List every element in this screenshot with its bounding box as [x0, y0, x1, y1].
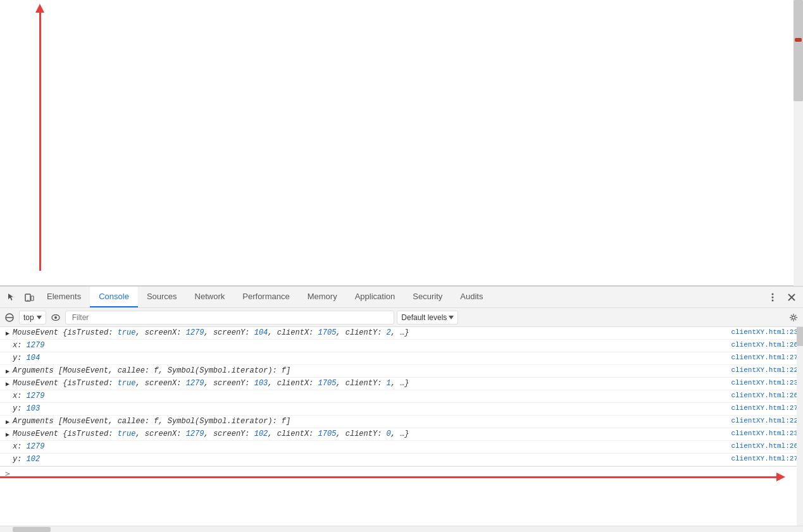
svg-point-4: [772, 296, 774, 298]
table-row[interactable]: x: 1279clientXY.html:26: [0, 441, 803, 454]
context-selector[interactable]: top: [19, 311, 46, 325]
log-row-content: Arguments [MouseEvent, callee: f, Symbol…: [13, 366, 731, 375]
device-toggle-button[interactable]: [20, 288, 38, 306]
log-row-content: MouseEvent {isTrusted: true, screenX: 12…: [13, 328, 731, 337]
inspect-element-button[interactable]: [3, 288, 20, 306]
tab-elements[interactable]: Elements: [38, 287, 90, 307]
log-source-link[interactable]: clientXY.html:22: [731, 366, 803, 374]
log-source-link[interactable]: clientXY.html:23: [731, 379, 803, 387]
expand-arrow-icon[interactable]: ▶: [3, 430, 13, 438]
svg-point-2: [27, 299, 28, 300]
arrow-vertical-indicator: [39, 11, 41, 271]
log-scrollbar-thumb[interactable]: [797, 327, 803, 346]
expand-arrow-icon[interactable]: ▶: [3, 417, 13, 426]
toolbar-right-actions: [764, 288, 800, 306]
tab-network[interactable]: Network: [186, 287, 234, 307]
svg-point-5: [772, 299, 774, 301]
more-options-button[interactable]: [764, 288, 781, 306]
h-scrollbar-thumb[interactable]: [13, 527, 51, 532]
svg-point-3: [772, 293, 774, 295]
expand-arrow-icon: [3, 354, 13, 355]
log-source-link[interactable]: clientXY.html:27: [731, 354, 803, 361]
log-row-content: y: 103: [13, 404, 731, 413]
devtools-tabs: Elements Console Sources Network Perform…: [38, 287, 764, 307]
devtools-panel: Elements Console Sources Network Perform…: [0, 286, 803, 532]
table-row[interactable]: y: 103clientXY.html:27: [0, 403, 803, 416]
table-row[interactable]: ▶MouseEvent {isTrusted: true, screenX: 1…: [0, 327, 803, 340]
log-source-link[interactable]: clientXY.html:26: [731, 442, 803, 450]
arrow-horizontal-indicator: [0, 476, 778, 478]
table-row[interactable]: y: 104clientXY.html:27: [0, 352, 803, 365]
expand-arrow-icon: [3, 455, 13, 456]
table-row[interactable]: ▶Arguments [MouseEvent, callee: f, Symbo…: [0, 416, 803, 428]
tab-security[interactable]: Security: [404, 287, 451, 307]
bottom-scrollbar[interactable]: [0, 526, 803, 532]
eye-button[interactable]: [49, 311, 63, 325]
log-row-content: x: 1279: [13, 341, 731, 350]
expand-arrow-icon[interactable]: ▶: [3, 379, 13, 388]
devtools-tab-bar: Elements Console Sources Network Perform…: [0, 287, 803, 308]
clear-console-button[interactable]: [3, 311, 16, 325]
expand-arrow-icon: [3, 404, 13, 405]
console-log-area[interactable]: ▶MouseEvent {isTrusted: true, screenX: 1…: [0, 327, 803, 526]
tab-memory[interactable]: Memory: [299, 287, 346, 307]
default-levels-button[interactable]: Default levels: [397, 311, 458, 325]
log-source-link[interactable]: clientXY.html:23: [731, 430, 803, 437]
expand-arrow-icon: [3, 341, 13, 342]
svg-point-11: [54, 316, 57, 319]
svg-point-12: [792, 316, 795, 319]
table-row[interactable]: ▶MouseEvent {isTrusted: true, screenX: 1…: [0, 428, 803, 441]
log-row-content: Arguments [MouseEvent, callee: f, Symbol…: [13, 417, 731, 426]
table-row[interactable]: y: 102clientXY.html:27: [0, 454, 803, 466]
tab-sources[interactable]: Sources: [138, 287, 186, 307]
filter-input[interactable]: [68, 312, 392, 323]
log-row-content: x: 1279: [13, 442, 731, 451]
log-source-link[interactable]: clientXY.html:26: [731, 341, 803, 349]
scrollbar-position-indicator: [795, 38, 802, 42]
tab-application[interactable]: Application: [346, 287, 404, 307]
tab-performance[interactable]: Performance: [233, 287, 298, 307]
close-devtools-button[interactable]: [783, 288, 800, 306]
log-source-link[interactable]: clientXY.html:22: [731, 417, 803, 424]
expand-arrow-icon[interactable]: ▶: [3, 366, 13, 375]
expand-arrow-icon: [3, 392, 13, 393]
console-toolbar: top Default levels: [0, 308, 803, 327]
log-rows-container: ▶MouseEvent {isTrusted: true, screenX: 1…: [0, 327, 803, 466]
log-row-content: MouseEvent {isTrusted: true, screenX: 12…: [13, 379, 731, 388]
log-source-link[interactable]: clientXY.html:27: [731, 455, 803, 462]
log-row-content: MouseEvent {isTrusted: true, screenX: 12…: [13, 430, 731, 438]
console-settings-button[interactable]: [787, 311, 800, 325]
log-source-link[interactable]: clientXY.html:26: [731, 392, 803, 399]
table-row[interactable]: x: 1279clientXY.html:26: [0, 340, 803, 352]
log-row-content: y: 104: [13, 354, 731, 362]
table-row[interactable]: ▶MouseEvent {isTrusted: true, screenX: 1…: [0, 378, 803, 390]
svg-rect-1: [31, 296, 34, 300]
log-source-link[interactable]: clientXY.html:27: [731, 404, 803, 412]
filter-area[interactable]: [65, 311, 395, 325]
tab-console[interactable]: Console: [90, 287, 138, 307]
context-value: top: [23, 313, 34, 322]
viewport-scrollbar-thumb[interactable]: [794, 0, 803, 101]
log-scrollbar[interactable]: [797, 327, 803, 526]
log-source-link[interactable]: clientXY.html:23: [731, 328, 803, 336]
table-row[interactable]: x: 1279clientXY.html:26: [0, 390, 803, 403]
tab-audits[interactable]: Audits: [451, 287, 492, 307]
table-row[interactable]: ▶Arguments [MouseEvent, callee: f, Symbo…: [0, 365, 803, 378]
viewport-scrollbar[interactable]: [794, 0, 803, 286]
expand-arrow-icon: [3, 442, 13, 443]
expand-arrow-icon[interactable]: ▶: [3, 328, 13, 337]
log-row-content: x: 1279: [13, 392, 731, 400]
log-row-content: y: 102: [13, 455, 731, 464]
browser-viewport: [0, 0, 803, 286]
